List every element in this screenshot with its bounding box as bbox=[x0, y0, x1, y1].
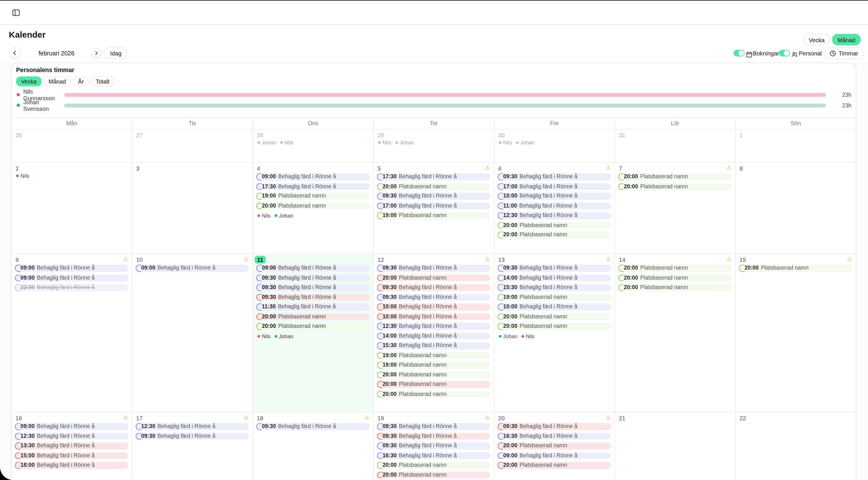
day-cell[interactable]: 29NilsJohan bbox=[374, 129, 494, 162]
event-pill[interactable]: 20:00Platsbaserad namn bbox=[377, 471, 490, 478]
day-cell[interactable]: 18⚠09:30Behaglig färd i Rönne å bbox=[253, 413, 373, 480]
today-button[interactable]: Idag bbox=[104, 47, 128, 59]
day-cell[interactable]: 17⚠12:30Behaglig färd i Rönne å09:30Beha… bbox=[132, 413, 253, 480]
day-cell[interactable]: 9⚠09:00Behaglig färd i Rönne å09:00Behag… bbox=[11, 254, 132, 412]
day-cell[interactable]: 7⚠20:00Platsbaserad namn20:00Platsbasera… bbox=[615, 163, 736, 253]
event-pill[interactable]: 19:00Platsbaserad namn bbox=[256, 192, 370, 200]
day-cell[interactable]: 19⚠09:30Behaglig färd i Rönne å09:30Beha… bbox=[374, 413, 494, 480]
event-pill[interactable]: 09:30Behaglig färd i Rönne å bbox=[135, 432, 249, 440]
event-pill[interactable]: 09:30Behaglig färd i Rönne å bbox=[377, 442, 490, 449]
event-pill[interactable]: 09:30Behaglig färd i Rönne å bbox=[498, 265, 611, 272]
event-pill[interactable]: 20:00Platsbaserad namn bbox=[498, 442, 611, 449]
event-pill[interactable]: 09:30Behaglig färd i Rönne å bbox=[377, 192, 490, 200]
day-cell[interactable]: 31 bbox=[615, 129, 736, 162]
day-cell[interactable]: 3 bbox=[132, 163, 253, 253]
day-cell[interactable]: 10⚠09:00Behaglig färd i Rönne å bbox=[132, 254, 253, 412]
event-pill[interactable]: 20:00Platsbaserad namn bbox=[498, 461, 611, 469]
event-pill[interactable]: 09:30Behaglig färd i Rönne å bbox=[377, 294, 490, 301]
event-pill[interactable]: 10:00Behaglig färd i Rönne å bbox=[377, 303, 490, 310]
day-cell[interactable]: 1109:00Behaglig färd i Rönne å09:30Behag… bbox=[253, 254, 373, 412]
day-cell[interactable]: 5⚠17:30Behaglig färd i Rönne å20:00Plats… bbox=[374, 163, 494, 253]
event-pill[interactable]: 09:30Behaglig färd i Rönne å bbox=[498, 423, 611, 430]
event-pill[interactable]: 20:00Platsbaserad namn bbox=[618, 284, 732, 291]
event-pill[interactable]: 12:30Behaglig färd i Rönne å bbox=[498, 212, 611, 219]
event-pill[interactable]: 09:30Behaglig färd i Rönne å bbox=[256, 284, 370, 291]
staff-toggle[interactable] bbox=[779, 50, 790, 57]
day-cell[interactable]: 1 bbox=[736, 129, 856, 162]
day-cell[interactable]: 409:00Behaglig färd i Rönne å17:30Behagl… bbox=[253, 163, 373, 253]
bookings-toggle[interactable] bbox=[733, 50, 745, 57]
day-cell[interactable]: 8 bbox=[736, 163, 856, 253]
day-cell[interactable]: 15⚠20:00Platsbaserad namn bbox=[736, 254, 856, 412]
event-pill[interactable]: 20:00Platsbaserad namn bbox=[618, 265, 732, 272]
event-pill[interactable]: 09:00Behaglig färd i Rönne å bbox=[15, 423, 128, 430]
event-pill[interactable]: 16:30Behaglig färd i Rönne å bbox=[498, 432, 611, 440]
event-pill[interactable]: 14:00Behaglig färd i Rönne å bbox=[498, 274, 611, 281]
hours-tab-år[interactable]: År bbox=[73, 77, 88, 86]
event-pill[interactable]: 20:00Platsbaserad namn bbox=[618, 173, 732, 180]
event-pill[interactable]: 14:00Behaglig färd i Rönne å bbox=[377, 332, 490, 339]
hours-tab-vecka[interactable]: Vecka bbox=[16, 77, 41, 86]
event-pill[interactable]: 20:00Platsbaserad namn bbox=[377, 381, 490, 388]
hours-tab-månad[interactable]: Månad bbox=[43, 77, 71, 86]
event-pill[interactable]: 20:00Platsbaserad namn bbox=[377, 274, 490, 281]
event-pill[interactable]: 17:00Behaglig färd i Rönne å bbox=[377, 202, 490, 209]
event-pill[interactable]: 17:00Behaglig färd i Rönne å bbox=[498, 183, 611, 190]
event-pill[interactable]: 11:00Behaglig färd i Rönne å bbox=[498, 202, 611, 209]
event-pill[interactable]: 20:00Platsbaserad namn bbox=[256, 323, 370, 330]
event-pill[interactable]: 20:00Platsbaserad namn bbox=[618, 183, 732, 190]
event-pill[interactable]: 09:30Behaglig färd i Rönne å bbox=[256, 274, 370, 281]
event-pill[interactable]: 15:30Behaglig färd i Rönne å bbox=[377, 342, 490, 349]
event-pill[interactable]: 09:30Behaglig färd i Rönne å bbox=[377, 265, 490, 272]
day-cell[interactable]: 28JohanNils bbox=[253, 129, 373, 162]
day-cell[interactable]: 16⚠09:00Behaglig färd i Rönne å12:30Beha… bbox=[11, 413, 132, 480]
event-pill[interactable]: 09:30Behaglig färd i Rönne å bbox=[377, 432, 490, 440]
event-pill[interactable]: 20:00Platsbaserad namn bbox=[618, 274, 732, 281]
event-pill[interactable]: 20:00Platsbaserad namn bbox=[377, 461, 490, 469]
event-pill[interactable]: 20:00Platsbaserad namn bbox=[739, 265, 852, 272]
event-pill[interactable]: 12:30Behaglig färd i Rönne å bbox=[135, 423, 249, 430]
event-pill[interactable]: 10:00Behaglig färd i Rönne å bbox=[377, 313, 490, 320]
event-pill[interactable]: 15:00Behaglig färd i Rönne å bbox=[15, 452, 128, 459]
event-pill[interactable]: 20:00Platsbaserad namn bbox=[498, 323, 611, 330]
event-pill[interactable]: 20:00Platsbaserad namn bbox=[256, 202, 370, 209]
event-pill[interactable]: 09:30Behaglig färd i Rönne å bbox=[377, 423, 490, 430]
day-cell[interactable]: 12⚠09:30Behaglig färd i Rönne å20:00Plat… bbox=[374, 254, 494, 412]
event-pill[interactable]: 09:00Behaglig färd i Rönne å bbox=[15, 274, 128, 281]
event-pill[interactable]: 19:00Platsbaserad namn bbox=[498, 294, 611, 301]
event-pill[interactable]: 09:00Behaglig färd i Rönne å bbox=[135, 265, 249, 272]
hours-button[interactable]: Timmar bbox=[824, 47, 864, 59]
event-pill[interactable]: 20:00Platsbaserad namn bbox=[498, 231, 611, 238]
day-cell[interactable]: 30NilsJohan bbox=[494, 129, 615, 162]
event-pill[interactable]: 20:00Platsbaserad namn bbox=[377, 391, 490, 398]
day-cell[interactable]: 2Nils bbox=[11, 163, 132, 253]
event-pill[interactable]: 09:30Behaglig färd i Rönne å bbox=[256, 423, 370, 430]
event-pill[interactable]: 09:00Behaglig färd i Rönne å bbox=[256, 265, 370, 272]
event-pill[interactable]: 18:00Behaglig färd i Rönne å bbox=[15, 461, 128, 469]
event-pill[interactable]: 22:00Behaglig färd i Rönne å bbox=[15, 284, 128, 291]
event-pill[interactable]: 09:30Behaglig färd i Rönne å bbox=[498, 173, 611, 180]
event-pill[interactable]: 20:00Platsbaserad namn bbox=[498, 313, 611, 320]
day-cell[interactable]: 21 bbox=[615, 413, 736, 480]
event-pill[interactable]: 09:30Behaglig färd i Rönne å bbox=[256, 294, 370, 301]
event-pill[interactable]: 19:00Platsbaserad namn bbox=[377, 212, 490, 219]
event-pill[interactable]: 11:30Behaglig färd i Rönne å bbox=[256, 303, 370, 310]
event-pill[interactable]: 19:00Platsbaserad namn bbox=[377, 361, 490, 368]
event-pill[interactable]: 09:30Behaglig färd i Rönne å bbox=[377, 284, 490, 291]
day-cell[interactable]: 13⚠09:30Behaglig färd i Rönne å14:00Beha… bbox=[494, 254, 615, 412]
event-pill[interactable]: 17:30Behaglig färd i Rönne å bbox=[256, 183, 370, 190]
event-pill[interactable]: 19:00Platsbaserad namn bbox=[377, 352, 490, 359]
view-month-button[interactable]: Månad bbox=[832, 34, 861, 46]
event-pill[interactable]: 10:00Behaglig färd i Rönne å bbox=[498, 192, 611, 200]
day-cell[interactable]: 6⚠09:30Behaglig färd i Rönne å17:00Behag… bbox=[494, 163, 615, 253]
event-pill[interactable]: 09:00Behaglig färd i Rönne å bbox=[498, 452, 611, 459]
day-cell[interactable]: 22 bbox=[736, 413, 856, 480]
event-pill[interactable]: 20:00Platsbaserad namn bbox=[498, 221, 611, 229]
event-pill[interactable]: 17:30Behaglig färd i Rönne å bbox=[377, 173, 490, 180]
event-pill[interactable]: 13:30Behaglig färd i Rönne å bbox=[15, 442, 128, 449]
hours-tab-totalt[interactable]: Totalt bbox=[91, 77, 114, 86]
previous-month-button[interactable] bbox=[9, 47, 20, 59]
event-pill[interactable]: 20:00Platsbaserad namn bbox=[377, 371, 490, 378]
day-cell[interactable]: 27 bbox=[132, 129, 253, 162]
event-pill[interactable]: 12:30Behaglig färd i Rönne å bbox=[15, 432, 128, 440]
